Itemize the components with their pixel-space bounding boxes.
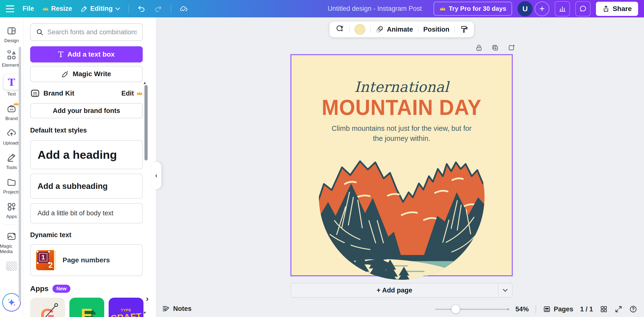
apps-section-header: Apps New bbox=[30, 285, 143, 293]
projects-folder-icon bbox=[6, 177, 17, 187]
search-icon bbox=[36, 28, 44, 36]
add-page-button[interactable]: + Add page bbox=[291, 284, 498, 297]
add-page-dropdown[interactable] bbox=[498, 284, 512, 297]
help-icon[interactable] bbox=[629, 305, 637, 313]
file-menu-button[interactable]: File bbox=[22, 5, 34, 12]
chevron-down-icon bbox=[503, 289, 508, 292]
script-title-text[interactable]: International bbox=[291, 79, 512, 95]
top-menu-bar: File Resize Editing Untitled design - In… bbox=[0, 0, 644, 17]
page-numbers-card[interactable]: 1 2 Page numbers bbox=[30, 244, 143, 276]
add-brand-fonts-button[interactable]: Add your brand fonts bbox=[30, 103, 143, 118]
redo-button[interactable] bbox=[154, 5, 162, 13]
main-title-text[interactable]: MOUNTAIN DAY bbox=[291, 95, 512, 120]
background-color-swatch[interactable] bbox=[354, 24, 365, 35]
canva-editor: File Resize Editing Untitled design - In… bbox=[0, 0, 644, 317]
fullscreen-icon[interactable] bbox=[614, 305, 622, 313]
panel-scrollbar-up[interactable]: ▲ bbox=[143, 81, 147, 85]
topbar-separator bbox=[171, 5, 171, 13]
panel-scrollbar-down[interactable]: ▼ bbox=[143, 311, 147, 315]
account-avatar[interactable]: U bbox=[518, 1, 533, 16]
grid-view-icon[interactable] bbox=[600, 305, 608, 313]
topbar-separator bbox=[128, 5, 129, 13]
document-title[interactable]: Untitled design - Instagram Post bbox=[328, 5, 422, 12]
apps-grid-icon bbox=[6, 202, 17, 212]
brand-kit-edit-link[interactable]: Edit bbox=[122, 90, 143, 97]
chevron-down-icon bbox=[115, 7, 120, 10]
mountain-lake-illustration[interactable] bbox=[318, 151, 485, 280]
panel-collapse-handle[interactable]: ‹ bbox=[151, 162, 161, 189]
magic-write-icon bbox=[62, 70, 69, 78]
position-button[interactable]: Position bbox=[423, 26, 450, 33]
insights-button[interactable] bbox=[555, 1, 570, 16]
gradient-slider-decoration bbox=[30, 298, 65, 317]
undo-button[interactable] bbox=[137, 5, 146, 13]
animate-button[interactable]: Animate bbox=[376, 25, 413, 33]
try-pro-button[interactable]: Try Pro for 30 days bbox=[434, 2, 512, 16]
resize-button[interactable]: Resize bbox=[42, 5, 72, 12]
pages-icon bbox=[543, 305, 551, 313]
panel-scrollbar-thumb[interactable] bbox=[144, 85, 148, 160]
canva-assistant-button[interactable] bbox=[2, 293, 21, 312]
duplicate-page-icon[interactable] bbox=[491, 44, 499, 52]
page-indicator: 1 / 1 bbox=[580, 306, 593, 313]
add-subheading-card[interactable]: Add a subheading bbox=[30, 174, 143, 199]
add-heading-card[interactable]: Add a heading bbox=[30, 140, 143, 169]
text-panel: T Add a text box Magic Write co Brand Ki… bbox=[23, 17, 156, 317]
rail-scrollbar[interactable] bbox=[19, 47, 21, 302]
magic-media-icon bbox=[6, 231, 17, 242]
search-input[interactable] bbox=[47, 28, 137, 36]
zoom-slider[interactable] bbox=[435, 305, 509, 314]
text-t-icon: T bbox=[58, 50, 63, 59]
uploads-cloud-icon bbox=[6, 128, 17, 138]
sidebar-item-design[interactable]: Design bbox=[0, 22, 23, 46]
magic-write-button[interactable]: Magic Write bbox=[30, 66, 143, 82]
app-typegradient[interactable]: G TypeGradient bbox=[30, 298, 65, 317]
zoom-level[interactable]: 54% bbox=[516, 306, 529, 313]
default-text-styles-title: Default text styles bbox=[30, 127, 143, 134]
share-button[interactable]: Share bbox=[596, 2, 638, 16]
tools-pen-icon bbox=[6, 153, 17, 163]
sidebar-icon-rail: Design Elements T Text co Brand Uploads … bbox=[0, 17, 23, 317]
notes-button[interactable]: Notes bbox=[162, 305, 192, 313]
apps-scroll-right-chevron[interactable]: › bbox=[146, 294, 148, 303]
workspace: Animate Position International MOUNTAIN … bbox=[156, 17, 644, 317]
lock-icon[interactable] bbox=[475, 44, 483, 52]
pages-button[interactable]: Pages bbox=[543, 305, 573, 313]
font-search-box[interactable] bbox=[30, 23, 143, 41]
pencil-icon bbox=[80, 5, 88, 12]
comments-button[interactable] bbox=[575, 1, 590, 16]
new-badge: New bbox=[52, 285, 70, 293]
crown-icon bbox=[42, 6, 49, 12]
elements-icon bbox=[6, 50, 17, 60]
svg-text:co: co bbox=[33, 91, 37, 95]
speech-bubble-icon bbox=[579, 5, 587, 13]
animate-icon bbox=[376, 25, 384, 33]
hamburger-menu-icon[interactable] bbox=[6, 5, 14, 12]
add-member-button[interactable]: + bbox=[534, 1, 549, 16]
add-comment-icon[interactable] bbox=[335, 25, 344, 34]
app-typeextrude[interactable]: E TypeExtrude bbox=[70, 298, 104, 317]
svg-text:co: co bbox=[10, 108, 13, 111]
app-typecraft[interactable]: TYPE CRAFT TypeCraft bbox=[109, 298, 144, 317]
upload-share-icon bbox=[602, 5, 610, 12]
page-action-icons bbox=[475, 44, 515, 52]
paint-roller-icon[interactable] bbox=[460, 25, 468, 33]
zoom-slider-knob[interactable] bbox=[452, 305, 460, 313]
crown-icon bbox=[136, 90, 143, 96]
subtitle-text[interactable]: Climb mountains not just for the view, b… bbox=[291, 123, 512, 143]
crown-icon bbox=[440, 6, 446, 12]
editing-mode-dropdown[interactable]: Editing bbox=[80, 5, 120, 12]
add-page-icon[interactable] bbox=[508, 44, 515, 52]
sparkle-icon bbox=[6, 297, 17, 308]
rail-divider bbox=[4, 225, 19, 225]
design-page[interactable]: International MOUNTAIN DAY Climb mountai… bbox=[290, 54, 512, 276]
add-page-split-button: + Add page bbox=[290, 283, 512, 298]
add-body-text-card[interactable]: Add a little bit of body text bbox=[30, 203, 143, 223]
context-toolbar: Animate Position bbox=[329, 21, 474, 37]
background-texture-tile[interactable] bbox=[6, 261, 17, 271]
cloud-save-status-icon bbox=[180, 5, 188, 13]
brand-kit-row: co Brand Kit Edit bbox=[30, 88, 143, 98]
add-text-box-button[interactable]: T Add a text box bbox=[30, 46, 143, 62]
page-numbers-icon: 1 2 bbox=[36, 250, 56, 270]
text-icon-active: T bbox=[4, 74, 19, 90]
